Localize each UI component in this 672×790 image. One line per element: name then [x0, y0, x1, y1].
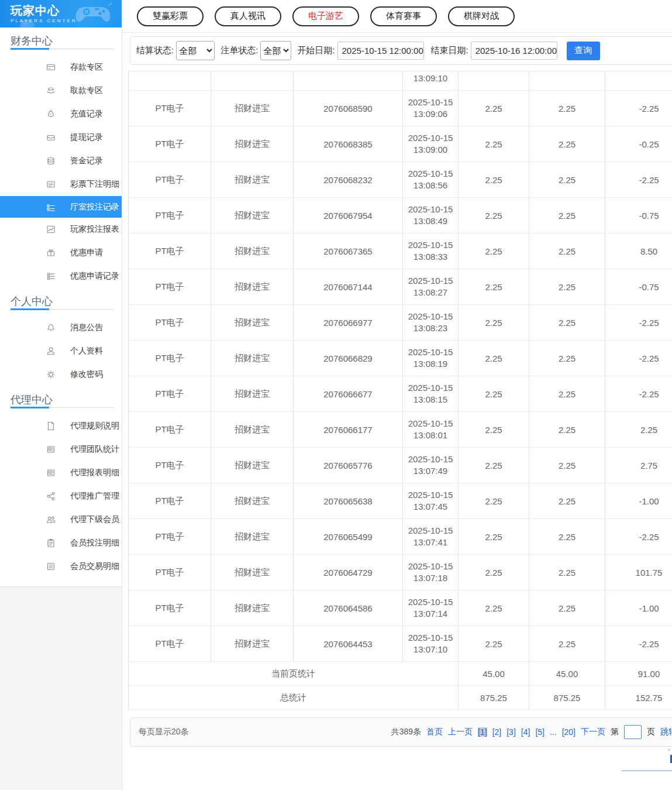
sidebar-item-member-trans[interactable]: 会员交易明细: [0, 555, 122, 578]
chevron-right-icon: ›: [109, 202, 112, 212]
lottery-list-icon: [46, 180, 56, 189]
bet-game-cell: 招财进宝: [211, 162, 294, 198]
bet-product-cell: PT电子: [129, 162, 211, 198]
page-link-3[interactable]: [3]: [506, 727, 516, 737]
sidebar-item-deposit-card[interactable]: 存款专区: [0, 56, 122, 79]
filter-panel: 结算状态: 全部 注单状态: 全部 开始日期: 结束日期: 查询: [130, 36, 672, 65]
bet-valid-cell: 2.25: [529, 590, 605, 626]
page-link-5[interactable]: [5]: [535, 727, 545, 737]
page-link-4[interactable]: [4]: [521, 727, 530, 737]
sidebar-item-member-bet[interactable]: 会员投注明细: [0, 531, 122, 555]
bet-time-cell: 2025-10-1513:08:23: [403, 305, 459, 341]
sidebar-item-label: 代理下级会员: [70, 514, 119, 525]
table-row: PT电子招财进宝20760679542025-10-1513:08:492.25…: [129, 198, 672, 233]
sidebar-item-gear[interactable]: 修改密码: [0, 363, 122, 386]
sidebar-item-label: 会员投注明细: [70, 538, 119, 548]
sidebar-item-share[interactable]: 代理推广管理: [0, 485, 122, 508]
sidebar-item-label: 玩家投注报表: [70, 224, 119, 235]
bet-order-cell: 2076066677: [294, 376, 403, 412]
close-icon[interactable]: ×: [667, 747, 671, 753]
bet-result-cell: 8.50: [605, 233, 672, 269]
bet-amount-cell: 2.25: [459, 448, 529, 483]
sidebar-item-promo-record[interactable]: 优惠申请记录: [0, 265, 122, 288]
gear-icon: [46, 370, 56, 379]
table-row: PT电子招财进宝20760647292025-10-1513:07:182.25…: [129, 555, 672, 590]
bet-valid-cell: 2.25: [529, 626, 605, 662]
sidebar-item-withdraw-record[interactable]: 提现记录: [0, 126, 122, 149]
bet-result-cell: 2.25: [605, 412, 672, 448]
tab-棋牌对战[interactable]: 棋牌对战: [448, 6, 515, 26]
sidebar-item-members[interactable]: 代理下级会员: [0, 508, 122, 531]
jump-button[interactable]: 跳转: [660, 727, 672, 737]
bet-time-cell: 2025-10-1513:08:01: [403, 412, 459, 448]
bet-order-cell: 2076066177: [294, 412, 403, 448]
bet-game-cell: 招财进宝: [211, 126, 294, 162]
table-row-clipped: 13:09:10: [129, 71, 672, 91]
page-link-2[interactable]: [2]: [492, 727, 502, 737]
promo-record-icon: [46, 272, 56, 281]
tab-电子游艺[interactable]: 电子游艺: [292, 6, 359, 26]
bet-result-cell: -1.00: [605, 590, 672, 626]
share-icon: [46, 492, 56, 501]
page-link-20[interactable]: [20]: [562, 727, 575, 737]
bet-product-cell: PT电子: [129, 376, 211, 412]
section-underline: [11, 308, 114, 310]
sidebar-item-promo[interactable]: 优惠申请: [0, 241, 122, 265]
bet-result-cell: -0.75: [605, 198, 672, 233]
funds-icon: [46, 156, 56, 166]
pages-ellipsis: ...: [550, 727, 557, 737]
next-page-link[interactable]: 下一页: [581, 727, 605, 737]
page-summary-row: 当前页统计 45.00 45.00 91.00: [129, 662, 672, 686]
sidebar-item-user[interactable]: 个人资料: [0, 339, 122, 363]
start-date-input[interactable]: [337, 42, 424, 60]
bet-amount-cell: 2.25: [459, 198, 529, 233]
sidebar-item-team-stats[interactable]: 代理团队统计: [0, 438, 122, 461]
bet-order-cell: 2076068232: [294, 162, 403, 198]
bet-result-cell: 101.75: [605, 555, 672, 590]
settle-status-select[interactable]: 全部: [176, 41, 215, 60]
first-page-link[interactable]: 首页: [426, 727, 443, 737]
table-row: PT电子招财进宝20760682322025-10-1513:08:562.25…: [129, 162, 672, 198]
sidebar-item-bell[interactable]: 消息公告: [0, 316, 122, 339]
bet-valid-cell: 2.25: [529, 555, 605, 590]
bet-amount-cell: 2.25: [459, 341, 529, 376]
bet-order-cell: 2076066829: [294, 341, 403, 376]
sidebar-item-doc[interactable]: 代理规则说明: [0, 414, 122, 438]
search-button[interactable]: 查询: [567, 42, 600, 60]
sidebar-item-report-detail[interactable]: 代理报表明细: [0, 461, 122, 485]
bet-valid-cell: 2.25: [529, 305, 605, 341]
sidebar-item-recharge-bag[interactable]: 充值记录: [0, 102, 122, 126]
withdraw-hand-icon: [46, 86, 56, 95]
bet-amount-cell: 2.25: [459, 305, 529, 341]
table-row: PT电子招财进宝20760661772025-10-1513:08:012.25…: [129, 412, 672, 448]
bet-valid-cell: 2.25: [529, 126, 605, 162]
bet-amount-cell: 2.25: [459, 626, 529, 662]
order-status-select[interactable]: 全部: [260, 41, 291, 60]
jump-page-input[interactable]: [624, 725, 642, 739]
tab-雙赢彩票[interactable]: 雙赢彩票: [137, 6, 204, 26]
bet-game-cell: 招财进宝: [211, 412, 294, 448]
bet-time-cell: 2025-10-1513:07:41: [403, 519, 459, 555]
bet-time-cell: 2025-10-1513:08:56: [403, 162, 459, 198]
prev-page-link[interactable]: 上一页: [448, 727, 473, 737]
sidebar-item-hall-bet[interactable]: 厅室投注记录›: [0, 196, 122, 218]
bet-product-cell: PT电子: [129, 233, 211, 269]
pagination-bar: 每页显示20条 共389条首页上一页[1][2][3][4][5]...[20]…: [130, 717, 672, 747]
bet-result-cell: -2.25: [605, 626, 672, 662]
bet-order-cell: 2076068385: [294, 126, 403, 162]
bet-product-cell: PT电子: [129, 412, 211, 448]
sidebar-item-report-chart[interactable]: 玩家投注报表: [0, 218, 122, 241]
tab-体育赛事[interactable]: 体育赛事: [370, 6, 437, 26]
total-summary-valid: 875.25: [529, 686, 605, 710]
end-date-input[interactable]: [471, 42, 557, 60]
sidebar-item-label: 存款专区: [70, 62, 103, 73]
table-row: PT电子招财进宝20760671442025-10-1513:08:272.25…: [129, 269, 672, 305]
user-icon: [46, 346, 56, 356]
page-link-1[interactable]: [1]: [478, 727, 487, 737]
sidebar-item-funds[interactable]: 资金记录: [0, 149, 122, 173]
sidebar-item-lottery-list[interactable]: 彩票下注明细: [0, 173, 122, 196]
table-row: PT电子招财进宝20760657762025-10-1513:07:492.25…: [129, 448, 672, 483]
sidebar-item-label: 代理报表明细: [70, 468, 119, 478]
tab-真人视讯[interactable]: 真人视讯: [215, 6, 281, 26]
sidebar-item-withdraw-hand[interactable]: 取款专区: [0, 79, 122, 102]
